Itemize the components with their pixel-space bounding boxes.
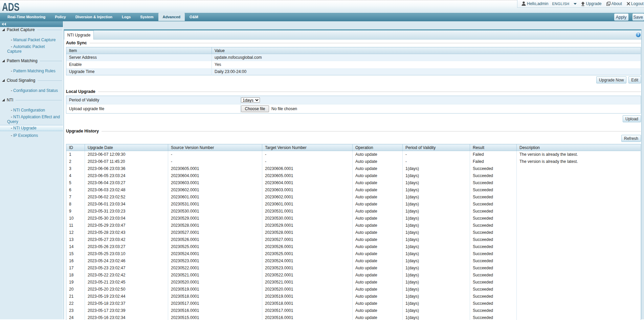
history-row: 62023-06-03 23:02:4820230602.00012023060… bbox=[66, 187, 641, 194]
tree-expanded-icon bbox=[2, 79, 5, 82]
tab-strip: NTI Upgrade ? bbox=[64, 29, 641, 40]
top-band: ADS Hello,admin ENGLISH Upgrade bbox=[0, 0, 644, 13]
sidebar-group-nti[interactable]: NTI bbox=[2, 98, 63, 102]
history-row: 162023-05-24 23:02:4620230523.0001202305… bbox=[66, 257, 641, 265]
upload-file-input: Choose file No file chosen bbox=[241, 105, 641, 112]
local-upgrade-table: Period of Validity 1days Upload upgrade … bbox=[66, 96, 641, 114]
page-content: Auto Sync Item Value Server Addressupdat… bbox=[64, 40, 641, 320]
history-row: 42023-06-05 23:03:2420230604.00012023060… bbox=[66, 172, 641, 179]
sidebar-item-manual-packet-capture[interactable]: -Manual Packet Capture bbox=[0, 38, 63, 42]
edit-button[interactable]: Edit bbox=[628, 76, 641, 83]
main-area: NTI Upgrade ? Auto Sync Item Value Serve… bbox=[63, 21, 644, 319]
history-row: 72023-06-02 23:02:5220230601.00012023060… bbox=[66, 194, 641, 201]
history-col-upgrade-date: Upgrade Date bbox=[85, 144, 168, 151]
tree-expanded-icon bbox=[2, 59, 5, 62]
auto-sync-row: Server Addressupdate.nsfocusglobal.com bbox=[66, 54, 641, 61]
period-of-validity-label: Period of Validity bbox=[66, 96, 241, 104]
upgrade-history-title: Upgrade History bbox=[66, 128, 641, 134]
auto-sync-col-item: Item bbox=[66, 47, 212, 54]
about-icon bbox=[606, 2, 610, 6]
about-link[interactable]: About bbox=[606, 1, 622, 6]
history-row: 102023-05-30 23:03:0420230529.0001202305… bbox=[66, 215, 641, 222]
upload-button[interactable]: Upload bbox=[623, 115, 641, 122]
nav-item-diversion-injection[interactable]: Diversion & Injection bbox=[71, 13, 117, 21]
main-nav: Real-Time MonitoringPolicyDiversion & In… bbox=[0, 13, 644, 21]
auto-sync-row: EnableYes bbox=[66, 61, 641, 68]
history-row: 212023-05-19 23:02:4420230518.0001202305… bbox=[66, 293, 641, 300]
local-upgrade-title: Local Upgrade bbox=[66, 89, 641, 94]
sidebar-item-automatic-packet-capture[interactable]: -Automatic Packet Capture bbox=[0, 44, 63, 54]
history-row: 122023-05-28 23:02:4320230527.0001202305… bbox=[66, 229, 641, 236]
history-row: 222023-05-18 23:02:3720230517.0001202305… bbox=[66, 300, 641, 307]
nav-item-o-m[interactable]: O&M bbox=[185, 13, 203, 21]
sidebar-item-nti-application-effect-and-query[interactable]: -NTI Application Effect and Query bbox=[0, 115, 63, 124]
history-row: 92023-05-31 23:03:2320230530.00012023053… bbox=[66, 208, 641, 215]
auto-sync-row: Upgrade TimeDaily 23:00-24:00 bbox=[66, 68, 641, 75]
sidebar-group-pattern-matching[interactable]: Pattern Matching bbox=[2, 58, 63, 63]
history-row: 132023-05-27 23:03:4220230526.0001202305… bbox=[66, 236, 641, 243]
logout-link[interactable]: Logout bbox=[627, 1, 644, 6]
history-col-period-of-validity: Period of Validity bbox=[403, 144, 470, 151]
user-bar: Hello,admin ENGLISH Upgrade About bbox=[517, 0, 644, 8]
history-row: 202023-05-20 23:02:5020230519.0001202305… bbox=[66, 286, 641, 293]
content-panel: NTI Upgrade ? Auto Sync Item Value Serve… bbox=[64, 29, 642, 319]
nav-item-real-time-monitoring[interactable]: Real-Time Monitoring bbox=[3, 13, 50, 21]
upgrade-history-buttons: Refresh bbox=[66, 135, 641, 142]
language-selector[interactable]: ENGLISH bbox=[552, 2, 577, 6]
sidebar-item-nti-upgrade[interactable]: -NTI Upgrade bbox=[0, 125, 63, 131]
history-row: 232023-05-17 23:02:3920230516.0001202305… bbox=[66, 307, 641, 314]
chevron-down-icon bbox=[574, 3, 577, 5]
local-upgrade-buttons: Upload bbox=[66, 115, 641, 122]
auto-sync-col-value: Value bbox=[212, 47, 641, 54]
collapse-left-icon bbox=[2, 23, 6, 26]
history-row: 52023-06-04 23:03:2720230603.00012023060… bbox=[66, 179, 641, 187]
sidebar-group-packet-capture[interactable]: Packet Capture bbox=[2, 27, 63, 32]
sidebar: Packet Capture-Manual Packet Capture-Aut… bbox=[0, 21, 63, 319]
history-col-id: ID bbox=[66, 144, 85, 151]
upgrade-link[interactable]: Upgrade bbox=[581, 1, 601, 6]
sidebar-item-nti-configuration[interactable]: -NTI Configuration bbox=[0, 108, 63, 113]
tree-expanded-icon bbox=[2, 99, 5, 101]
history-row: 172023-05-23 23:02:4720230522.0001202305… bbox=[66, 265, 641, 272]
history-col-operation: Operation bbox=[353, 144, 403, 151]
history-row: 152023-05-25 23:03:1020230524.0001202305… bbox=[66, 250, 641, 257]
user-greeting: Hello,admin bbox=[521, 1, 548, 6]
upgrade-icon bbox=[581, 2, 585, 6]
choose-file-button[interactable]: Choose file bbox=[241, 105, 269, 112]
auto-sync-buttons: Upgrade Now Edit bbox=[66, 76, 641, 83]
sidebar-group-cloud-signaling[interactable]: Cloud Signaling bbox=[2, 78, 63, 83]
history-col-description: Description bbox=[517, 144, 641, 151]
sidebar-item-pattern-matching-rules[interactable]: -Pattern Matching Rules bbox=[0, 69, 63, 73]
upgrade-now-button[interactable]: Upgrade Now bbox=[596, 76, 626, 83]
sidebar-collapse-button[interactable] bbox=[0, 21, 63, 27]
history-row: 192023-05-21 23:02:4520230520.0001202305… bbox=[66, 279, 641, 286]
history-row: 242023-05-16 23:02:3420230515.0001202305… bbox=[66, 314, 641, 320]
no-file-chosen-text: No file chosen bbox=[271, 106, 297, 111]
nav-item-system[interactable]: System bbox=[135, 13, 158, 21]
nav-item-logs[interactable]: Logs bbox=[117, 13, 135, 21]
history-row: 112023-05-29 23:03:4720230528.0001202305… bbox=[66, 222, 641, 229]
app-logo: ADS bbox=[2, 1, 20, 13]
history-row: 182023-05-22 23:02:4220230521.0001202305… bbox=[66, 272, 641, 279]
apply-button[interactable]: Apply bbox=[614, 14, 628, 21]
auto-sync-title: Auto Sync bbox=[66, 40, 641, 46]
user-icon bbox=[521, 1, 526, 6]
save-button[interactable]: Save bbox=[632, 14, 644, 21]
history-row: 82023-06-01 23:03:3420230531.00012023060… bbox=[66, 201, 641, 208]
refresh-button[interactable]: Refresh bbox=[621, 135, 641, 142]
sidebar-item-ip-exceptions[interactable]: -IP Exceptions bbox=[0, 133, 63, 138]
history-row: 32023-06-06 23:03:3620230605.00012023060… bbox=[66, 165, 641, 172]
upgrade-history-table: IDUpgrade DateSource Version NumberTarge… bbox=[66, 144, 641, 320]
logout-icon bbox=[627, 2, 630, 5]
sidebar-item-configuration-and-status[interactable]: -Configuration and Status bbox=[0, 88, 63, 93]
history-row: 22023-06-07 11:45:20--Auto update-Failed… bbox=[66, 158, 641, 165]
help-icon[interactable]: ? bbox=[636, 32, 641, 37]
history-row: 12023-06-07 12:09:30--Auto update-Failed… bbox=[66, 151, 641, 158]
nav-item-policy[interactable]: Policy bbox=[50, 13, 70, 21]
tab-nti-upgrade[interactable]: NTI Upgrade bbox=[64, 30, 94, 40]
history-col-target-version-number: Target Version Number bbox=[262, 144, 353, 151]
tree-expanded-icon bbox=[2, 28, 5, 31]
nav-item-advanced[interactable]: Advanced bbox=[158, 13, 185, 21]
auto-sync-table: Item Value Server Addressupdate.nsfocusg… bbox=[66, 47, 641, 75]
period-of-validity-select[interactable]: 1days bbox=[241, 97, 260, 103]
